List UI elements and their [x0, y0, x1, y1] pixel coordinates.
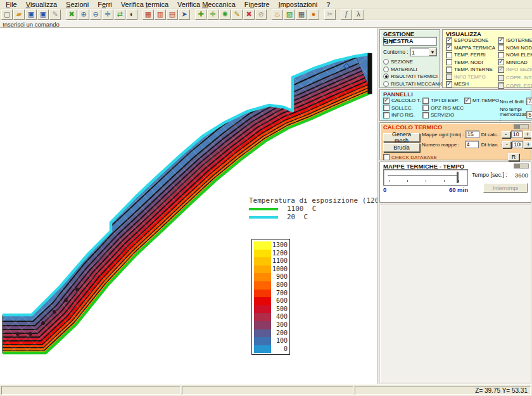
dt-calc-input[interactable] [511, 131, 522, 138]
material-icon[interactable]: ▧ [284, 10, 295, 20]
panel-visualizza: VISUALIZZA ESPOSIZIONE MAPPA TERMICA TEM… [442, 29, 532, 88]
check-nomi-elementi[interactable]: NOMI ELEMENTI [498, 51, 532, 59]
check-tipi-di-esp[interactable]: TIPI DI ESP. [422, 97, 462, 105]
panel-scroll-control[interactable] [514, 124, 529, 129]
scale-cell [254, 297, 271, 305]
shade-icon[interactable]: ◐ [126, 10, 137, 20]
delete-bar-icon[interactable]: ✖ [243, 10, 255, 20]
check-temp-interne[interactable]: TEMP. INTERNE [446, 66, 495, 73]
menu-file[interactable]: File [1, 0, 22, 9]
menu-visualizza[interactable]: Visualizza [22, 0, 61, 9]
menu-impostazioni[interactable]: Impostazioni [274, 0, 322, 9]
check-mesh[interactable]: MESH [446, 80, 495, 88]
scale-cell [254, 337, 271, 345]
check-opz-ris-mec[interactable]: OPZ RIS MEC [422, 105, 462, 112]
pan-icon[interactable]: ✛ [102, 10, 113, 20]
nro-tempi-value: 5 [526, 111, 532, 118]
zoom-out-icon[interactable]: ⊖ [90, 10, 101, 20]
radio-materiali[interactable]: MATERIALI [383, 66, 437, 73]
check-mappa-termica[interactable]: MAPPA TERMICA [446, 44, 495, 52]
toolbar-separator [336, 10, 341, 20]
right-panel: GESTIONE FINESTRA Contorno : 1 ▼ SEZIONE… [378, 28, 532, 384]
menu-ferri[interactable]: Ferri [93, 0, 117, 9]
radio-risultati-meccanici[interactable]: RISULTATI MECCANICI [383, 80, 437, 88]
scale-cell [254, 281, 271, 290]
panel-scroll-control[interactable] [514, 163, 529, 169]
check-database[interactable]: CHECK DATABASE [383, 153, 437, 161]
scale-cell [254, 273, 271, 281]
menu-verifica-termica[interactable]: Verifica termica [117, 0, 173, 9]
dt-trian-input[interactable] [512, 141, 523, 148]
delete-x-icon[interactable]: ✖ [66, 10, 77, 20]
dt-calc-minus-button[interactable]: - [502, 131, 510, 138]
toolbar: ▢ ▰ ▣ ▣ ✎ ✖ ⊕ ⊖ ✛ ⇄ ◐ ▦ ▥ ▤ ➤ ✚ ✛ ✺ ✎ ✖ … [0, 9, 532, 20]
formula-fck-icon[interactable]: ƒ [341, 10, 352, 20]
edit-sheet-icon[interactable]: ✎ [49, 10, 61, 20]
check-copr-est: COPR. EST. [498, 82, 532, 90]
command-input[interactable]: Inserisci un comando [0, 20, 532, 28]
save-icon[interactable]: ▣ [25, 10, 37, 20]
toolbar-separator [191, 10, 195, 20]
menu-verifica-meccanica[interactable]: Verifica Meccanica [173, 0, 240, 9]
fire-icon[interactable]: ♨ [272, 10, 283, 20]
bars-off-icon[interactable]: ⊘ [255, 10, 267, 20]
table-icon[interactable]: ▦ [296, 10, 307, 20]
drop-icon[interactable]: ● [308, 10, 319, 20]
check-isoterme[interactable]: ISOTERME [498, 37, 532, 44]
scale-cell [254, 313, 271, 321]
contorno-dropdown[interactable]: 1 ▼ [410, 48, 437, 56]
nro-el-finiti-value: 740 [526, 98, 532, 105]
check-sollec[interactable]: SOLLEC. [383, 105, 420, 112]
dt-trian-minus-button[interactable]: - [502, 141, 511, 148]
menu-help[interactable]: ? [322, 0, 334, 9]
check-temp-ferri[interactable]: TEMP. FERRI [446, 51, 495, 59]
cut-icon[interactable]: ✂ [324, 10, 336, 20]
check-info-tempo: INFO TEMPO [446, 73, 495, 81]
save-as-icon[interactable]: ▣ [37, 10, 49, 20]
scale-cell [254, 345, 271, 354]
menu-bar: File Visualizza Sezioni Ferri Verifica t… [0, 0, 532, 9]
scale-cell [254, 305, 271, 314]
interrompi-button[interactable]: Interrompi [483, 183, 528, 193]
check-esposizione[interactable]: ESPOSIZIONE [446, 37, 495, 44]
zoom-in-icon[interactable]: ⊕ [78, 10, 89, 20]
check-mt-tempo[interactable]: MT-TEMPO [464, 97, 497, 105]
chevron-down-icon[interactable]: ▼ [429, 48, 436, 56]
section-map-icon[interactable]: ▤ [167, 10, 178, 20]
genera-mesh-button[interactable]: Genera mesh [383, 133, 420, 142]
scale-cell [254, 250, 271, 258]
edit-bar-icon[interactable]: ✎ [231, 10, 243, 20]
formula-lambda-icon[interactable]: λ [353, 10, 364, 20]
time-slider[interactable] [383, 169, 468, 186]
scale-cell [254, 321, 271, 329]
check-calcolo-t[interactable]: CALCOLO T. [383, 97, 420, 105]
open-folder-icon[interactable]: ▰ [13, 10, 25, 20]
section-temp-icon[interactable]: ▦ [142, 10, 154, 20]
check-servizio[interactable]: SERVIZIO [422, 112, 462, 119]
check-temp-nodi[interactable]: TEMP. NODI [446, 59, 495, 67]
section-nodes-icon[interactable]: ▥ [155, 10, 166, 20]
scale-cell [254, 329, 271, 338]
section-report-icon[interactable]: ➤ [179, 10, 190, 20]
refresh-icon[interactable]: ⇄ [114, 10, 125, 20]
time-slider-handle[interactable] [457, 172, 459, 183]
new-document-icon[interactable]: ▢ [1, 10, 13, 20]
mappe-ogni-input[interactable] [466, 131, 479, 138]
radio-risultati-termici[interactable]: RISULTATI TERMICI [383, 73, 437, 80]
radio-sezione[interactable]: SEZIONE [383, 58, 437, 66]
add-bars-icon[interactable]: ✛ [207, 10, 218, 20]
status-left [1, 386, 180, 395]
r-button[interactable]: R [508, 153, 519, 161]
check-nomi-nodi[interactable]: NOMI NODI [498, 44, 532, 52]
numero-mappe-input[interactable] [465, 141, 479, 148]
brucia-button[interactable]: Brucia [383, 143, 420, 152]
bars-circle-icon[interactable]: ✺ [219, 10, 231, 20]
menu-finestre[interactable]: Finestre [240, 0, 274, 9]
check-minicad[interactable]: MINICAD [498, 59, 532, 67]
menu-sezioni[interactable]: Sezioni [61, 0, 93, 9]
slider-max-label: 60 [449, 186, 456, 193]
drawing-canvas[interactable]: Temperatura di esposizione (120'): 1100 … [0, 28, 378, 384]
add-bar-icon[interactable]: ✚ [195, 10, 206, 20]
check-info-ris[interactable]: INFO RIS. [383, 112, 420, 119]
status-middle [182, 386, 353, 395]
